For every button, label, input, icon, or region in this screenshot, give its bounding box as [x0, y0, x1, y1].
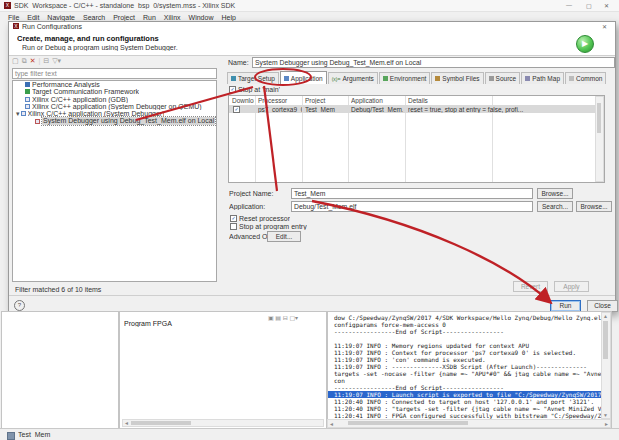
console-vscrollbar[interactable]: ▲ ▼ — [601, 312, 611, 419]
tab-symbol-files[interactable]: Symbol Files — [431, 72, 483, 84]
tree-item-xilinx-app-qemu[interactable]: Xilinx C/C++ application (System Debugge… — [13, 103, 216, 110]
banner-heading: Create, manage, and run configurations — [17, 34, 317, 43]
twistie-expanded-icon[interactable]: ▾ — [16, 110, 20, 117]
collapse-all-icon[interactable]: ⊟ — [43, 57, 49, 64]
project-status-icon — [7, 432, 15, 440]
menu-xilinx[interactable]: Xilinx — [160, 14, 185, 21]
revert-button[interactable]: Revert — [513, 281, 548, 292]
menu-window[interactable]: Window — [185, 14, 218, 21]
console-line: 11:19:07 INFO : --------------XSDB Scrip… — [334, 363, 610, 370]
tab-source[interactable]: Source — [485, 72, 521, 84]
col-project[interactable]: Project — [305, 97, 345, 104]
dialog-titlebar: X Run Configurations ✕ — [9, 22, 615, 32]
help-button[interactable]: ? — [14, 300, 25, 311]
common-icon — [569, 76, 574, 81]
menu-project[interactable]: Project — [109, 14, 139, 21]
menu-run[interactable]: Run — [139, 14, 160, 21]
scroll-down-icon[interactable]: ▼ — [603, 412, 608, 418]
application-browse-button[interactable]: Browse... — [576, 201, 612, 212]
close-button[interactable]: ✕ — [604, 2, 609, 9]
new-launch-config-icon[interactable]: ▢ — [12, 57, 19, 64]
pin-console-icon[interactable]: ▣ — [268, 315, 274, 321]
scroll-left-icon[interactable]: ◄ — [329, 421, 334, 427]
scroll-lock-icon[interactable]: ▤ — [275, 315, 281, 321]
scroll-left-icon[interactable]: ◄ — [124, 420, 129, 426]
console-panel[interactable]: dow C:/Speedway/ZynqSW/2017_4/SDK_Worksp… — [327, 311, 612, 429]
menu-help[interactable]: Help — [217, 14, 239, 21]
window-titlebar: X SDK_Workspace - C/C++ - standalone_bsp… — [0, 0, 619, 12]
program-fpga-hscrollbar[interactable]: ◄ — [122, 419, 324, 427]
stop-at-main-checkbox[interactable]: ✓ Stop at 'main' — [229, 86, 280, 93]
filter-menu-icon[interactable]: ▽▾ — [52, 57, 61, 64]
launch-config-icon — [21, 111, 26, 116]
tab-path-map[interactable]: Path Map — [521, 72, 564, 84]
download-checkbox[interactable]: ✓ — [233, 106, 240, 113]
tree-item-performance-analysis[interactable]: Performance Analysis — [13, 81, 216, 88]
console-line: 11:20:41 INFO : FPGA configured successf… — [334, 412, 610, 419]
console-line: 11:19:07 INFO : Context for processor 'p… — [334, 349, 610, 356]
path-map-icon — [525, 76, 530, 81]
col-details[interactable]: Details — [408, 97, 488, 104]
duplicate-launch-config-icon[interactable]: ⧉ — [22, 57, 27, 64]
filter-input[interactable]: type filter text — [12, 68, 217, 79]
tree-item-xilinx-app-gdb[interactable]: Xilinx C/C++ application (GDB) — [13, 96, 216, 103]
apply-button[interactable]: Apply — [554, 281, 589, 292]
tree-item-system-debugger-debug-test-mem[interactable]: System Debugger using Debug_Test_Mem.elf… — [13, 117, 216, 124]
xilinx-logo-icon: X — [4, 2, 11, 9]
console-hscrollbar[interactable]: ◄ ► — [327, 419, 611, 428]
menu-search[interactable]: Search — [79, 14, 109, 21]
application-icon — [284, 76, 289, 81]
tab-common[interactable]: Common — [565, 72, 606, 84]
footer-divider — [9, 295, 615, 296]
name-label: Name: — [228, 59, 252, 66]
dialog-title: Run Configurations — [22, 23, 222, 30]
project-name-input[interactable]: Test_Mem — [291, 188, 533, 199]
col-processor[interactable]: Processor — [258, 97, 300, 104]
application-label: Application: — [229, 203, 284, 210]
launch-config-icon — [35, 119, 40, 124]
statusbar-project: Test_Mem — [18, 431, 118, 438]
stop-at-program-entry-checkbox[interactable]: Stop at program entry — [230, 223, 307, 230]
screen: X SDK_Workspace - C/C++ - standalone_bsp… — [0, 0, 619, 440]
table-row[interactable]: ✓ ps7_cortexa9_0 Test_Mem Debug/Test_Mem… — [229, 105, 604, 113]
scroll-right-icon[interactable]: ► — [604, 421, 609, 427]
scroll-up-icon[interactable]: ▲ — [603, 313, 608, 319]
col-download[interactable]: Download — [232, 97, 254, 104]
toolbar-separator: | — [39, 57, 41, 64]
reset-processor-checkbox[interactable]: ✓ Reset processor — [230, 215, 290, 222]
advanced-edit-button[interactable]: Edit... — [267, 231, 301, 242]
launch-config-tree: Performance Analysis Target Communicatio… — [12, 80, 217, 282]
tab-environment[interactable]: Environment — [379, 72, 431, 84]
sash[interactable] — [221, 55, 224, 283]
application-search-button[interactable]: Search... — [537, 201, 573, 212]
console-line-highlighted: 11:19:07 INFO : Launch script is exporte… — [328, 391, 610, 398]
col-application[interactable]: Application — [351, 97, 403, 104]
delete-launch-config-icon[interactable]: ✕ — [30, 57, 36, 64]
environment-icon — [383, 76, 388, 81]
console-line — [334, 335, 610, 342]
config-tabs: Target Setup Application (x)=Arguments E… — [227, 72, 611, 84]
dialog-close-icon[interactable]: ✕ — [602, 23, 607, 30]
menu-navigate[interactable]: Navigate — [43, 14, 79, 21]
menu-file[interactable]: File — [4, 14, 23, 21]
menu-edit[interactable]: Edit — [23, 14, 43, 21]
tab-target-setup[interactable]: Target Setup — [227, 72, 279, 84]
tcf-icon — [25, 89, 30, 94]
clear-console-icon[interactable]: ⊟ — [283, 315, 288, 321]
xilinx-dialog-icon: X — [13, 23, 19, 29]
maximize-button[interactable]: ▢ — [586, 2, 592, 9]
minimize-button[interactable]: — — [566, 2, 572, 8]
tab-arguments[interactable]: (x)=Arguments — [328, 72, 378, 84]
table-scrollbar[interactable] — [595, 96, 604, 182]
arguments-icon: (x)= — [332, 76, 341, 82]
display-selected-console-icon[interactable]: ▢▾ — [289, 315, 298, 321]
tab-application[interactable]: Application — [280, 71, 327, 84]
explorer-panel — [1, 311, 119, 429]
name-input[interactable]: System Debugger using Debug_Test_Mem.elf… — [252, 57, 615, 68]
tree-item-target-communication-framework[interactable]: Target Communication Framework — [13, 88, 216, 95]
project-browse-button[interactable]: Browse... — [537, 188, 573, 199]
application-input[interactable]: Debug/Test_Mem.elf — [291, 201, 533, 212]
tree-item-xilinx-app-system-debugger[interactable]: ▾ Xilinx C/C++ application (System Debug… — [13, 110, 216, 117]
console-view-toolbar: ▣ ▤ ⊟ ▢▾ — [268, 314, 298, 321]
source-icon — [489, 76, 494, 81]
